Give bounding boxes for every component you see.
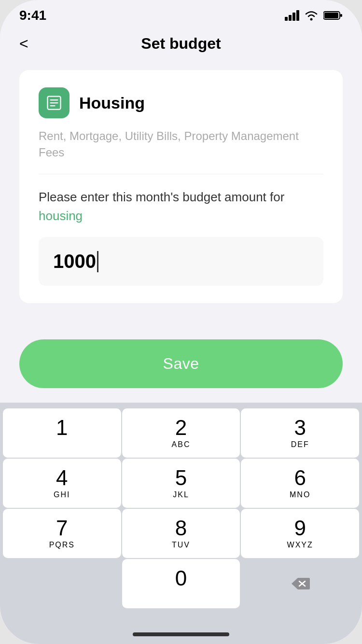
main-content: Housing Rent, Mortgage, Utility Bills, P… — [0, 60, 362, 325]
key-letters-label: JKL — [173, 490, 189, 499]
svg-point-4 — [310, 18, 313, 21]
amount-input-box[interactable]: 1000 — [39, 237, 323, 286]
key-2[interactable]: 2ABC — [122, 408, 240, 458]
numeric-keypad: 12ABC3DEF4GHI5JKL6MNO7PQRS8TUV9WXYZ0 — [0, 403, 362, 628]
key-letters-label: MNO — [290, 490, 310, 499]
category-icon-housing — [39, 87, 70, 118]
text-cursor — [97, 251, 98, 272]
key-number-label: 6 — [294, 467, 306, 489]
page-title: Set budget — [141, 35, 221, 53]
key-number-label: 8 — [175, 518, 187, 539]
phone-frame: 9:41 < Set — [0, 0, 362, 644]
key-number-label: 0 — [175, 568, 187, 589]
key-letters-label: TUV — [172, 541, 190, 549]
wifi-icon — [304, 10, 319, 21]
signal-icon — [285, 10, 299, 21]
key-number-label: 4 — [56, 467, 68, 489]
keypad-row: 4GHI5JKL6MNO — [3, 459, 359, 508]
key-1[interactable]: 1 — [3, 408, 121, 458]
delete-key[interactable] — [241, 559, 359, 608]
key-letters-label: DEF — [291, 440, 309, 449]
back-button[interactable]: < — [19, 35, 28, 53]
key-5[interactable]: 5JKL — [122, 459, 240, 508]
svg-rect-3 — [296, 10, 299, 21]
key-number-label: 1 — [56, 417, 68, 438]
svg-rect-1 — [289, 15, 292, 21]
divider — [39, 174, 323, 174]
key-letters-label: WXYZ — [287, 541, 313, 549]
status-time: 9:41 — [19, 8, 46, 23]
backspace-icon — [291, 577, 310, 590]
keypad-row: 0 — [3, 559, 359, 608]
category-name: Housing — [79, 94, 145, 112]
key-number-label: 9 — [294, 518, 306, 539]
keypad-row: 12ABC3DEF — [3, 408, 359, 458]
battery-icon — [323, 10, 343, 21]
category-description: Rent, Mortgage, Utility Bills, Property … — [39, 128, 323, 160]
housing-icon — [45, 94, 63, 112]
prompt-highlight: housing — [39, 209, 83, 223]
prompt-text: Please enter this month's budget amount … — [39, 188, 323, 225]
amount-value: 1000 — [53, 251, 96, 272]
key-letters-label: GHI — [54, 490, 70, 499]
key-9[interactable]: 9WXYZ — [241, 509, 359, 558]
status-bar: 9:41 — [0, 0, 362, 27]
key-number-label: 2 — [175, 417, 187, 438]
amount-display: 1000 — [53, 251, 309, 272]
keypad-row: 7PQRS8TUV9WXYZ — [3, 509, 359, 558]
key-letters-label: ABC — [172, 440, 191, 449]
key-8[interactable]: 8TUV — [122, 509, 240, 558]
status-icons — [285, 10, 343, 21]
key-4[interactable]: 4GHI — [3, 459, 121, 508]
svg-rect-6 — [324, 13, 338, 18]
key-number-label: 3 — [294, 417, 306, 438]
svg-rect-7 — [340, 14, 342, 17]
svg-rect-0 — [285, 17, 288, 21]
key-letters-label: PQRS — [49, 541, 75, 549]
save-button[interactable]: Save — [19, 339, 343, 388]
key-3[interactable]: 3DEF — [241, 408, 359, 458]
key-7[interactable]: 7PQRS — [3, 509, 121, 558]
key-empty — [3, 559, 121, 608]
prompt-text-before: Please enter this month's budget amount … — [39, 190, 284, 204]
key-number-label: 7 — [56, 518, 68, 539]
content-card: Housing Rent, Mortgage, Utility Bills, P… — [19, 70, 343, 303]
header: < Set budget — [0, 27, 362, 60]
category-row: Housing — [39, 87, 323, 118]
key-number-label: 5 — [175, 467, 187, 489]
save-section: Save — [0, 325, 362, 403]
home-bar — [133, 632, 229, 636]
key-6[interactable]: 6MNO — [241, 459, 359, 508]
key-0[interactable]: 0 — [122, 559, 240, 608]
home-indicator — [0, 628, 362, 644]
svg-rect-2 — [292, 13, 295, 21]
